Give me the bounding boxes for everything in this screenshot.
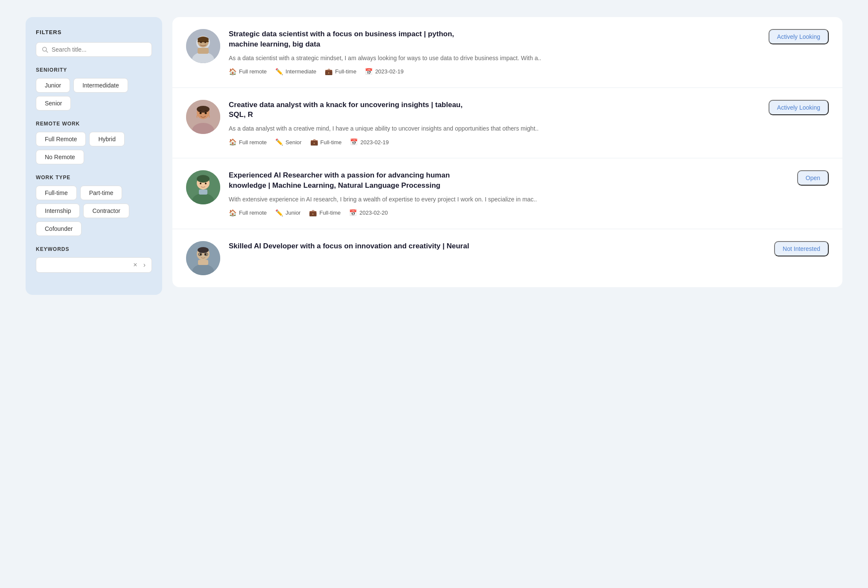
svg-rect-32 (198, 260, 208, 265)
svg-rect-23 (199, 189, 207, 195)
worktype-cofounder[interactable]: Cofounder (36, 221, 82, 236)
remote-icon-3: 🏠 (229, 209, 237, 217)
remote-filter: REMOTE WORK Full Remote Hybrid No Remote (36, 121, 152, 164)
search-input[interactable] (52, 46, 146, 53)
svg-point-22 (205, 183, 207, 184)
card-meta-2: 🏠 Full remote ✏️ Senior 💼 Full-time 📅 20… (229, 138, 829, 146)
meta-worktype-3: 💼 Full-time (309, 209, 341, 217)
card-header-4: Skilled AI Developer with a focus on inn… (229, 241, 829, 256)
seniority-intermediate[interactable]: Intermedidate (73, 78, 128, 93)
svg-point-21 (200, 183, 201, 184)
meta-worktype-2: 💼 Full-time (310, 138, 342, 146)
seniority-label: SENIORITY (36, 67, 152, 73)
search-icon (41, 46, 48, 53)
avatar-4 (186, 241, 220, 275)
card-header-3: Experienced AI Researcher with a passion… (229, 170, 829, 191)
meta-date-2: 📅 2023-02-19 (350, 138, 389, 146)
avatar-3 (186, 170, 220, 204)
worktype-buttons: Full-time Part-time Internship Contracto… (36, 186, 152, 236)
keywords-submit-button[interactable]: › (142, 261, 147, 269)
avatar-2 (186, 100, 220, 134)
seniority-senior[interactable]: Senior (36, 96, 71, 111)
svg-point-16 (205, 112, 207, 114)
card-meta-1: 🏠 Full remote ✏️ Intermediate 💼 Full-tim… (229, 68, 829, 76)
card-desc-3: With extensive experience in AI research… (229, 195, 829, 204)
svg-point-15 (200, 112, 202, 114)
svg-point-27 (198, 247, 209, 253)
seniority-icon-2: ✏️ (275, 138, 283, 146)
card-body-3: Experienced AI Researcher with a passion… (229, 170, 829, 217)
card-header-1: Strategic data scientist with a focus on… (229, 29, 829, 49)
remote-none[interactable]: No Remote (36, 150, 84, 164)
card-meta-3: 🏠 Full remote ✏️ Junior 💼 Full-time 📅 20… (229, 209, 829, 217)
keywords-clear-button[interactable]: × (131, 261, 139, 269)
card-desc-2: As a data analyst with a creative mind, … (229, 124, 829, 133)
candidate-card-3: Experienced AI Researcher with a passion… (172, 158, 842, 229)
card-title-1: Strategic data scientist with a focus on… (229, 29, 476, 49)
keywords-input-wrap[interactable]: × › (36, 257, 152, 273)
card-header-2: Creative data analyst with a knack for u… (229, 100, 829, 120)
svg-point-8 (200, 41, 202, 43)
candidate-card-2: Creative data analyst with a knack for u… (172, 88, 842, 159)
meta-remote-1: 🏠 Full remote (229, 68, 267, 76)
candidate-card-4: Skilled AI Developer with a focus on inn… (172, 229, 842, 287)
meta-seniority-3: ✏️ Junior (275, 209, 300, 217)
card-body-2: Creative data analyst with a knack for u… (229, 100, 829, 146)
remote-buttons: Full Remote Hybrid No Remote (36, 132, 152, 164)
svg-point-28 (200, 253, 201, 255)
meta-remote-3: 🏠 Full remote (229, 209, 267, 217)
card-desc-1: As a data scientist with a strategic min… (229, 54, 829, 63)
status-badge-1[interactable]: Actively Looking (769, 29, 829, 44)
card-body-4: Skilled AI Developer with a focus on inn… (229, 241, 829, 256)
candidate-card-1: Strategic data scientist with a focus on… (172, 17, 842, 88)
svg-rect-10 (198, 48, 209, 54)
date-icon-2: 📅 (350, 138, 358, 146)
date-icon-3: 📅 (349, 209, 357, 217)
svg-line-1 (46, 51, 48, 52)
keywords-filter: KEYWORDS × › (36, 246, 152, 273)
meta-worktype-1: 💼 Full-time (325, 68, 356, 76)
meta-date-3: 📅 2023-02-20 (349, 209, 388, 217)
keywords-label: KEYWORDS (36, 246, 152, 252)
meta-seniority-1: ✏️ Intermediate (275, 68, 316, 76)
seniority-icon-3: ✏️ (275, 209, 283, 217)
meta-date-1: 📅 2023-02-19 (365, 68, 404, 76)
meta-seniority-2: ✏️ Senior (275, 138, 302, 146)
meta-remote-2: 🏠 Full remote (229, 138, 267, 146)
card-title-2: Creative data analyst with a knack for u… (229, 100, 476, 120)
status-badge-4[interactable]: Not Interested (774, 241, 829, 256)
worktype-icon-1: 💼 (325, 68, 333, 76)
filters-title: FILTERS (36, 29, 152, 35)
worktype-contractor[interactable]: Contractor (83, 204, 129, 218)
worktype-icon-2: 💼 (310, 138, 318, 146)
avatar-1 (186, 29, 220, 63)
seniority-buttons: Junior Intermedidate Senior (36, 78, 152, 111)
svg-point-9 (204, 41, 206, 43)
worktype-internship[interactable]: Internship (36, 204, 80, 218)
worktype-filter: WORK TYPE Full-time Part-time Internship… (36, 175, 152, 236)
seniority-filter: SENIORITY Junior Intermedidate Senior (36, 67, 152, 111)
card-body-1: Strategic data scientist with a focus on… (229, 29, 829, 76)
remote-label: REMOTE WORK (36, 121, 152, 127)
worktype-fulltime[interactable]: Full-time (36, 186, 77, 200)
remote-icon-1: 🏠 (229, 68, 237, 76)
card-title-3: Experienced AI Researcher with a passion… (229, 170, 476, 191)
remote-hybrid[interactable]: Hybrid (89, 132, 124, 146)
status-badge-3[interactable]: Open (797, 170, 829, 186)
sidebar: FILTERS SENIORITY Junior Intermedidate S… (26, 17, 162, 295)
search-box[interactable] (36, 42, 152, 57)
svg-point-29 (205, 253, 207, 255)
keywords-input[interactable] (41, 262, 129, 268)
date-icon-1: 📅 (365, 68, 373, 76)
worktype-parttime[interactable]: Part-time (80, 186, 122, 200)
results-list: Strategic data scientist with a focus on… (172, 17, 842, 571)
seniority-icon-1: ✏️ (275, 68, 283, 76)
seniority-junior[interactable]: Junior (36, 78, 70, 93)
status-badge-2[interactable]: Actively Looking (769, 100, 829, 115)
worktype-icon-3: 💼 (309, 209, 317, 217)
svg-rect-7 (198, 40, 209, 42)
card-title-4: Skilled AI Developer with a focus on inn… (229, 241, 469, 251)
remote-icon-2: 🏠 (229, 138, 237, 146)
worktype-label: WORK TYPE (36, 175, 152, 180)
remote-full[interactable]: Full Remote (36, 132, 86, 146)
